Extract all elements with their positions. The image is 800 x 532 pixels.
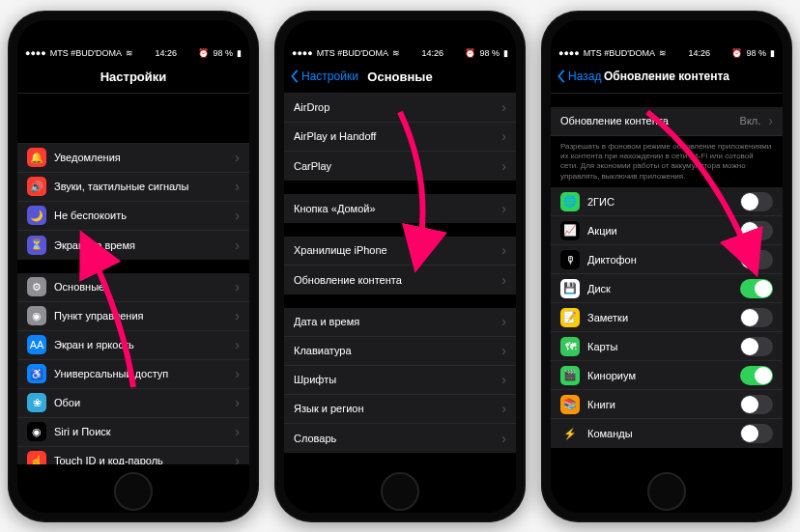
list-row[interactable]: AirPlay и Handoff› [284, 123, 516, 152]
row-label: Дата и время [294, 316, 498, 327]
signal-icon: ●●●● [292, 48, 313, 58]
page-title: Основные [367, 70, 432, 84]
list-row[interactable]: ⏳Экранное время› [17, 231, 249, 260]
list-row[interactable]: ♿Универсальный доступ› [17, 360, 249, 389]
row-label: Звуки, тактильные сигналы [54, 181, 231, 192]
app-icon: 🔊 [27, 177, 46, 196]
list-row[interactable]: 📝Заметки [551, 303, 783, 332]
chevron-right-icon: › [235, 308, 240, 323]
row-label: Уведомления [54, 152, 231, 163]
profile-search-area[interactable] [17, 94, 249, 144]
app-icon: ◉ [27, 306, 46, 325]
row-label: Хранилище iPhone [294, 244, 498, 256]
chevron-right-icon: › [501, 401, 506, 416]
toggle-switch[interactable] [740, 366, 773, 385]
app-icon: ♿ [27, 364, 46, 383]
list-row[interactable]: ☝Touch ID и код-пароль› [17, 447, 249, 464]
list-row[interactable]: Клавиатура› [284, 337, 516, 366]
carrier-text: MTS #BUD'DOMA [584, 48, 655, 58]
general-list[interactable]: AirDrop›AirPlay и Handoff›CarPlay› Кнопк… [284, 94, 516, 464]
row-label: Диск [587, 283, 740, 294]
list-row[interactable]: Обновление контента› [284, 266, 516, 294]
row-label: Кнопка «Домой» [294, 203, 498, 214]
list-row[interactable]: 🌐2ГИС [551, 187, 783, 216]
row-bgrefresh-master[interactable]: Обновление контента Вкл. › [551, 107, 783, 136]
row-label: Не беспокоить [54, 210, 231, 221]
app-icon: ❀ [27, 393, 46, 412]
row-value: Вкл. [740, 115, 761, 126]
row-label: Экран и яркость [54, 339, 231, 350]
toggle-switch[interactable] [740, 337, 773, 356]
list-row[interactable]: Хранилище iPhone› [284, 237, 516, 266]
list-row[interactable]: 📈Акции [551, 216, 783, 245]
toggle-switch[interactable] [740, 395, 773, 414]
back-label: Назад [568, 70, 601, 83]
list-row[interactable]: 🌙Не беспокоить› [17, 202, 249, 231]
chevron-left-icon [557, 70, 566, 83]
row-label: Универсальный доступ [54, 368, 231, 379]
clock-text: 14:26 [688, 48, 710, 58]
row-label: Пункт управления [54, 310, 231, 322]
list-row[interactable]: AAЭкран и яркость› [17, 331, 249, 360]
app-icon: 🗺 [560, 337, 580, 356]
nav-header: Назад Обновление контента [551, 61, 783, 94]
list-row[interactable]: ◉Siri и Поиск› [17, 418, 249, 447]
battery-icon: ▮ [503, 48, 508, 58]
list-row[interactable]: 📚Книги [551, 390, 783, 419]
battery-text: 98 % [213, 48, 233, 58]
list-row[interactable]: Язык и регион› [284, 395, 516, 424]
chevron-right-icon: › [235, 179, 240, 194]
status-bar: ●●●● MTS #BUD'DOMA ≋ 14:26 ⏰ 98 % ▮ [551, 45, 783, 61]
list-row[interactable]: ⚙Основные› [17, 273, 249, 302]
row-label: Кинориум [587, 370, 740, 381]
chevron-right-icon: › [501, 128, 506, 144]
app-icon: ☝ [27, 451, 46, 464]
row-label: CarPlay [294, 160, 498, 172]
list-row[interactable]: ⚡Команды [551, 419, 783, 448]
list-row[interactable]: Шрифты› [284, 366, 516, 395]
list-row[interactable]: 🔔Уведомления› [17, 144, 249, 173]
wifi-icon: ≋ [126, 48, 133, 58]
chevron-right-icon: › [235, 150, 240, 165]
app-icon: 🎬 [560, 366, 580, 385]
toggle-switch[interactable] [740, 279, 773, 298]
back-button[interactable]: Настройки [290, 70, 358, 83]
back-button[interactable]: Назад [557, 70, 601, 83]
toggle-switch[interactable] [740, 308, 773, 327]
list-row[interactable]: 💾Диск [551, 274, 783, 303]
list-row[interactable]: CarPlay› [284, 152, 516, 181]
signal-icon: ●●●● [558, 48, 580, 58]
clock-text: 14:26 [155, 48, 177, 58]
clock-text: 14:26 [421, 48, 443, 58]
row-label: Основные [54, 281, 231, 293]
toggle-switch[interactable] [740, 221, 773, 240]
row-label: Обновление контента [294, 274, 498, 286]
list-row[interactable]: 🎬Кинориум [551, 361, 783, 390]
list-row[interactable]: 🔊Звуки, тактильные сигналы› [17, 173, 249, 202]
phone-3: ●●●● MTS #BUD'DOMA ≋ 14:26 ⏰ 98 % ▮ Наза… [541, 11, 792, 522]
home-button[interactable] [381, 472, 419, 511]
toggle-switch[interactable] [740, 192, 773, 211]
list-row[interactable]: ◉Пункт управления› [17, 302, 249, 331]
list-row[interactable]: ❀Обои› [17, 389, 249, 418]
alarm-icon: ⏰ [198, 48, 209, 58]
app-icon: ◉ [27, 422, 46, 441]
list-row[interactable]: 🗺Карты [551, 332, 783, 361]
bgrefresh-list[interactable]: Обновление контента Вкл. › Разрешать в ф… [551, 94, 783, 464]
row-label: Обновление контента [560, 115, 740, 126]
list-row[interactable]: 🎙Диктофон [551, 245, 783, 274]
list-row[interactable]: AirDrop› [284, 94, 516, 123]
home-button[interactable] [114, 472, 153, 511]
row-label: Заметки [587, 312, 740, 323]
list-row[interactable]: Кнопка «Домой»› [284, 194, 516, 223]
toggle-switch[interactable] [740, 250, 773, 269]
list-row[interactable]: Словарь› [284, 424, 516, 453]
row-label: Диктофон [587, 254, 740, 266]
home-button[interactable] [647, 472, 686, 511]
list-row[interactable]: Дата и время› [284, 308, 516, 337]
toggle-switch[interactable] [740, 424, 773, 443]
chevron-right-icon: › [501, 314, 506, 329]
screen-3: ●●●● MTS #BUD'DOMA ≋ 14:26 ⏰ 98 % ▮ Наза… [551, 20, 783, 513]
settings-list[interactable]: 🔔Уведомления›🔊Звуки, тактильные сигналы›… [17, 94, 249, 464]
app-icon: ⏳ [27, 236, 46, 255]
